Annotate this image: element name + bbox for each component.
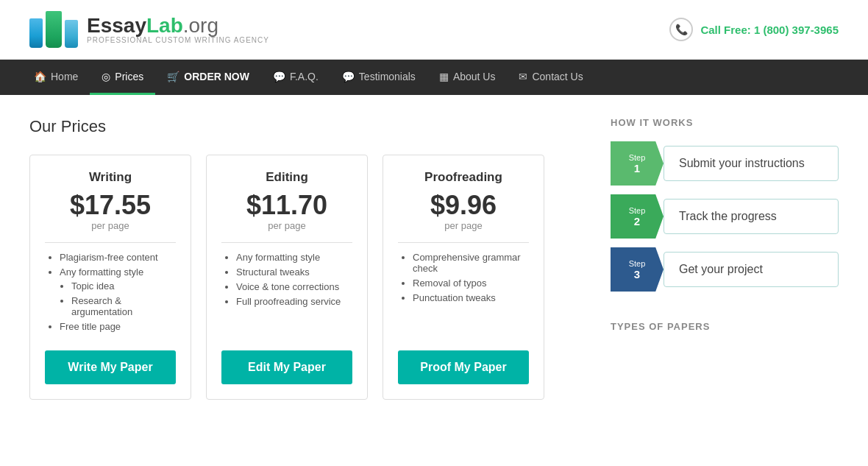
writing-divider <box>45 242 176 243</box>
editing-features: Any formatting style Structural tweaks V… <box>221 252 352 336</box>
nav-item-about[interactable]: ▦ About Us <box>427 60 508 95</box>
feature-item: Comprehensive grammar check <box>413 252 529 274</box>
step-row-1: Step 1 Submit your instructions <box>611 141 839 186</box>
nav-item-prices[interactable]: ◎ Prices <box>90 60 155 95</box>
step-3-label: Step <box>629 259 646 268</box>
editing-per-page: per page <box>221 220 352 231</box>
flask-icon-3 <box>65 20 78 48</box>
nav-item-faq[interactable]: 💬 F.A.Q. <box>261 60 330 95</box>
main-content: Our Prices Writing $17.55 per page Plagi… <box>0 95 868 422</box>
step-1-num: 1 <box>634 162 640 174</box>
sub-feature-item: Research & argumentation <box>71 295 176 317</box>
proofreading-price: $9.96 <box>398 191 529 220</box>
logo-subtitle: PROFESSIONAL CUSTOM WRITING AGENCY <box>87 36 269 44</box>
testimonials-icon: 💬 <box>342 71 355 82</box>
nav-label-testimonials: Testimonials <box>359 71 416 82</box>
nav-label-about: About Us <box>453 71 496 82</box>
proofreading-divider <box>398 242 529 243</box>
pricing-card-writing: Writing $17.55 per page Plagiarism-free … <box>29 155 191 400</box>
pricing-card-proofreading: Proofreading $9.96 per page Comprehensiv… <box>383 155 544 400</box>
steps-list: Step 1 Submit your instructions Step 2 T… <box>611 141 839 292</box>
step-2-content: Track the progress <box>664 199 839 234</box>
proof-my-paper-button[interactable]: Proof My Paper <box>398 350 529 384</box>
nav-label-contact: Contact Us <box>532 71 583 82</box>
faq-icon: 💬 <box>273 71 285 82</box>
site-header: EssayLab.org PROFESSIONAL CUSTOM WRITING… <box>0 0 868 60</box>
proofreading-per-page: per page <box>398 220 529 231</box>
sub-feature-item: Topic idea <box>71 280 176 292</box>
feature-item: Removal of typos <box>413 278 529 289</box>
step-badge-2: Step 2 <box>611 194 664 239</box>
main-nav: 🏠 Home ◎ Prices 🛒 ORDER NOW 💬 F.A.Q. 💬 T… <box>0 60 868 95</box>
nav-item-home[interactable]: 🏠 Home <box>22 60 90 95</box>
proofreading-title: Proofreading <box>398 170 529 185</box>
prices-icon: ◎ <box>102 71 110 82</box>
feature-item: Full proofreading service <box>236 296 352 307</box>
page-title: Our Prices <box>29 117 581 136</box>
feature-item: Any formatting style Topic idea Research… <box>60 266 176 317</box>
nav-item-contact[interactable]: ✉ Contact Us <box>507 60 594 95</box>
write-my-paper-button[interactable]: Write My Paper <box>45 350 176 384</box>
logo-text: EssayLab.org PROFESSIONAL CUSTOM WRITING… <box>87 15 269 44</box>
writing-features: Plagiarism-free content Any formatting s… <box>45 252 176 336</box>
feature-item: Plagiarism-free content <box>60 252 176 263</box>
step-3-num: 3 <box>634 268 640 280</box>
edit-my-paper-button[interactable]: Edit My Paper <box>221 350 352 384</box>
how-it-works-title: HOW IT WORKS <box>611 117 839 128</box>
order-icon: 🛒 <box>167 71 179 82</box>
step-badge-3: Step 3 <box>611 247 664 292</box>
feature-item: Punctuation tweaks <box>413 292 529 303</box>
sub-features: Topic idea Research & argumentation <box>60 280 176 317</box>
step-badge-1: Step 1 <box>611 141 664 186</box>
nav-label-order: ORDER NOW <box>184 71 249 82</box>
nav-label-prices: Prices <box>115 71 143 82</box>
feature-item: Free title page <box>60 321 176 332</box>
proofreading-features: Comprehensive grammar check Removal of t… <box>398 252 529 336</box>
step-1-label: Step <box>629 153 646 162</box>
phone-icon: 📞 <box>669 18 693 41</box>
writing-title: Writing <box>45 170 176 185</box>
right-sidebar: HOW IT WORKS Step 1 Submit your instruct… <box>611 117 839 400</box>
editing-price: $11.70 <box>221 191 352 220</box>
phone-area: 📞 Call Free: 1 (800) 397-3965 <box>669 18 839 41</box>
nav-item-testimonials[interactable]: 💬 Testimonials <box>330 60 427 95</box>
about-icon: ▦ <box>439 71 449 82</box>
phone-text: Call Free: 1 (800) 397-3965 <box>700 24 839 36</box>
step-row-3: Step 3 Get your project <box>611 247 839 292</box>
pricing-cards: Writing $17.55 per page Plagiarism-free … <box>29 155 581 400</box>
nav-item-order[interactable]: 🛒 ORDER NOW <box>155 60 261 95</box>
logo-icon <box>29 11 78 48</box>
feature-item: Structural tweaks <box>236 266 352 278</box>
flask-icon-1 <box>29 18 43 48</box>
feature-item: Any formatting style <box>236 252 352 263</box>
home-icon: 🏠 <box>34 71 46 82</box>
editing-divider <box>221 242 352 243</box>
contact-icon: ✉ <box>519 71 527 82</box>
editing-title: Editing <box>221 170 352 185</box>
writing-price: $17.55 <box>45 191 176 220</box>
flask-icon-2 <box>46 11 62 48</box>
logo-name: EssayLab.org <box>87 15 269 36</box>
step-row-2: Step 2 Track the progress <box>611 194 839 239</box>
types-of-papers-title: TYPES OF PAPERS <box>611 321 839 332</box>
nav-label-home: Home <box>51 71 78 82</box>
step-1-content: Submit your instructions <box>664 146 839 181</box>
step-2-label: Step <box>629 206 646 215</box>
logo-area: EssayLab.org PROFESSIONAL CUSTOM WRITING… <box>29 11 269 48</box>
writing-per-page: per page <box>45 220 176 231</box>
step-3-content: Get your project <box>664 252 839 287</box>
left-section: Our Prices Writing $17.55 per page Plagi… <box>29 117 581 400</box>
pricing-card-editing: Editing $11.70 per page Any formatting s… <box>206 155 368 400</box>
nav-label-faq: F.A.Q. <box>290 71 319 82</box>
feature-item: Voice & tone corrections <box>236 281 352 292</box>
step-2-num: 2 <box>634 215 640 227</box>
